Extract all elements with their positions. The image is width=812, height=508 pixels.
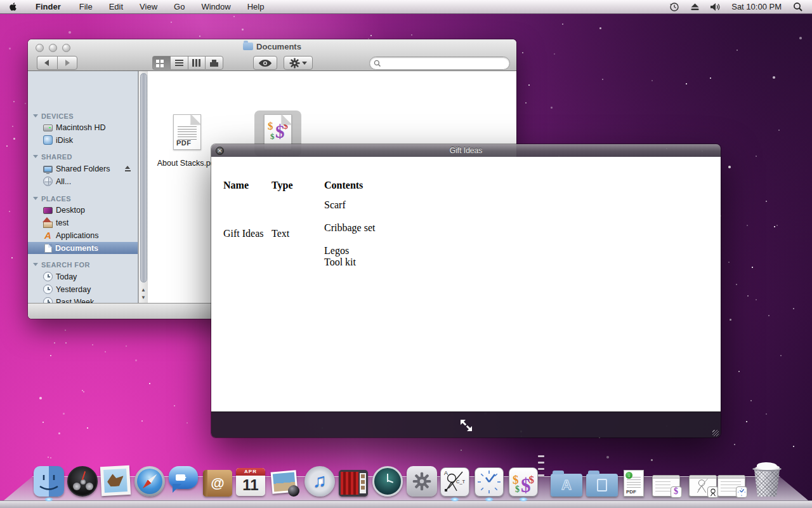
dock-iphoto[interactable] [270, 468, 301, 497]
spotlight-icon[interactable] [789, 0, 807, 13]
sidebar-item-macintosh-hd[interactable]: Macintosh HD [28, 121, 138, 133]
display-icon [43, 166, 53, 173]
drawing-app-icon: AC_T [440, 467, 469, 497]
globe-icon [43, 177, 53, 186]
sidebar-scrollbar[interactable]: ▲ ▼ [138, 71, 148, 303]
running-indicator [44, 497, 53, 502]
menu-bar: Finder File Edit View Go Window Help Sat… [0, 0, 812, 14]
sidebar-item-all[interactable]: All... [28, 175, 138, 187]
menu-clock[interactable]: Sat 10:00 PM [726, 2, 787, 11]
clock-icon [43, 284, 53, 294]
scrollbar-thumb[interactable] [140, 73, 147, 283]
dock-minimized-dollar-window[interactable]: $ [652, 475, 680, 497]
dock-finder[interactable] [34, 466, 64, 497]
sidebar-item-desktop[interactable]: Desktop [28, 204, 138, 216]
sidebar-section-devices[interactable]: DEVICES [28, 110, 138, 122]
sidebar-section-search-for[interactable]: SEARCH FOR [28, 258, 138, 271]
dock-time-machine[interactable] [372, 466, 403, 497]
dock-applications-folder[interactable]: A [551, 469, 582, 497]
sidebar-item-past-week[interactable]: Past Week [28, 296, 138, 303]
back-button[interactable] [37, 56, 57, 70]
close-icon[interactable]: ✕ [216, 147, 224, 155]
menu-item-view[interactable]: View [131, 0, 166, 13]
eject-icon[interactable] [686, 0, 704, 13]
resize-grip[interactable] [712, 430, 719, 436]
sidebar-item-idisk[interactable]: iDisk [28, 134, 138, 146]
view-mode-control [152, 56, 223, 70]
dock-drawing-app[interactable]: AC_T [440, 467, 469, 497]
dock-ichat[interactable] [169, 464, 199, 497]
disclosure-triangle-icon[interactable] [33, 263, 38, 269]
sidebar-item-applications[interactable]: AApplications [28, 229, 138, 241]
expand-arrows-icon [457, 417, 475, 434]
menu-item-file[interactable]: File [71, 0, 101, 13]
search-input[interactable] [381, 58, 509, 69]
music-note-icon: ♫ [313, 470, 327, 491]
gear-icon [289, 58, 300, 69]
dock-photo-booth[interactable] [339, 469, 368, 497]
quicklook-titlebar[interactable]: ✕ Gift Ideas [211, 144, 721, 157]
sidebar-item-shared-folders[interactable]: Shared Folders [28, 163, 138, 175]
dock-address-book[interactable]: @ [203, 469, 232, 497]
dock-trash[interactable] [752, 465, 782, 498]
window-title: Documents [28, 42, 516, 51]
nav-buttons [37, 56, 77, 70]
camera-lens-icon [288, 485, 299, 497]
contents-item: Scarf [324, 199, 346, 211]
time-machine-icon[interactable] [665, 0, 683, 13]
dock-clock-app[interactable] [475, 467, 504, 497]
dock-itunes[interactable]: ♫ [304, 466, 335, 497]
dock-mail[interactable] [101, 466, 130, 495]
dock-dollar-app[interactable]: $$$$ [509, 467, 538, 497]
menu-item-go[interactable]: Go [166, 0, 193, 13]
coverflow-view-button[interactable] [205, 56, 223, 70]
minimized-window-icon [689, 475, 717, 497]
dock-system-preferences[interactable] [407, 466, 437, 497]
disclosure-triangle-icon[interactable] [33, 155, 38, 161]
fullscreen-button[interactable] [457, 417, 475, 437]
sidebar-section-shared[interactable]: SHARED [28, 150, 138, 163]
finder-titlebar[interactable]: Documents [28, 39, 516, 71]
sidebar-item-yesterday[interactable]: Yesterday [28, 283, 138, 295]
sidebar-item-documents[interactable]: Documents [28, 242, 138, 254]
dock-ical[interactable]: APR 11 [236, 468, 265, 496]
ical-day: 11 [236, 476, 265, 495]
menu-item-window[interactable]: Window [193, 0, 239, 13]
dock-minimized-pdf[interactable]: PDF ↓ [624, 470, 644, 497]
sidebar-section-places[interactable]: PLACES [28, 192, 138, 204]
search-field[interactable] [369, 57, 510, 70]
sidebar-item-today[interactable]: Today [28, 271, 138, 283]
dollar-badge-icon: $ [671, 486, 682, 498]
column-view-icon [192, 59, 194, 67]
dock-minimized-drawing-window[interactable] [689, 475, 717, 497]
apple-logo-icon [9, 2, 17, 11]
menu-item-edit[interactable]: Edit [101, 0, 131, 13]
menu-item-finder[interactable]: Finder [25, 0, 71, 13]
svg-text:C_T: C_T [456, 479, 466, 485]
quicklook-title: Gift Ideas [211, 146, 721, 155]
quick-look-button[interactable] [253, 56, 277, 70]
dock-minimized-clock-window[interactable] [717, 475, 745, 497]
eject-icon[interactable] [124, 166, 131, 171]
trash-full-icon [752, 465, 782, 498]
column-view-button[interactable] [188, 56, 206, 70]
volume-icon[interactable] [706, 0, 724, 13]
apple-menu[interactable] [0, 0, 25, 13]
finder-icon [34, 466, 64, 497]
dock-separator [537, 450, 546, 478]
scroll-up-arrow[interactable]: ▲ [139, 286, 148, 293]
sidebar-item-test[interactable]: test [28, 217, 138, 229]
dock-dashboard[interactable] [67, 466, 98, 497]
disclosure-triangle-icon[interactable] [33, 197, 38, 203]
icon-view-button[interactable] [152, 56, 170, 70]
action-menu-button[interactable] [284, 56, 313, 70]
quicklook-preview: Name Type Contents Scarf Cribbage set Gi… [211, 157, 721, 411]
dock-documents-folder[interactable] [586, 469, 618, 497]
menu-item-help[interactable]: Help [239, 0, 273, 13]
disclosure-triangle-icon[interactable] [33, 114, 38, 120]
dock-safari[interactable] [134, 466, 165, 497]
mail-icon [100, 465, 131, 496]
forward-button[interactable] [57, 56, 78, 70]
list-view-button[interactable] [170, 56, 188, 70]
scroll-down-arrow[interactable]: ▼ [139, 293, 148, 301]
